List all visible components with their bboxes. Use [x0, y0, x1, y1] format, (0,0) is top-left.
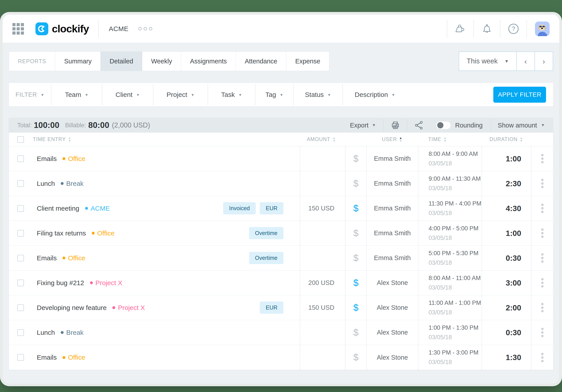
tab-attendance[interactable]: Attendance	[235, 51, 286, 71]
row-checkbox[interactable]	[17, 230, 24, 237]
project-dot	[90, 281, 93, 284]
time-entry-cell[interactable]: Emails Office Overtime	[33, 246, 300, 270]
column-user[interactable]: USER ▲▼	[366, 136, 418, 142]
billability-icon[interactable]: $	[345, 246, 366, 270]
filter-tag[interactable]: Tag▼	[256, 86, 293, 104]
time-entry-cell[interactable]: Client meeting ACME InvoicedEUR	[33, 196, 300, 221]
chevron-down-icon: ▼	[327, 93, 331, 97]
row-checkbox[interactable]	[17, 329, 24, 336]
filter-status[interactable]: Status▼	[294, 86, 342, 104]
row-menu-cell	[531, 320, 553, 345]
entry-date: 03/05/18	[429, 160, 452, 167]
row-menu-icon[interactable]	[541, 154, 543, 163]
entry-date: 03/05/18	[429, 259, 452, 266]
user-cell: Emma Smith	[366, 196, 418, 221]
row-menu-icon[interactable]	[541, 303, 543, 312]
time-entry-cell[interactable]: Developing new feature Project X EUR	[33, 295, 300, 320]
tab-weekly[interactable]: Weekly	[142, 51, 181, 71]
billability-icon[interactable]: $	[345, 271, 366, 295]
row-checkbox[interactable]	[17, 304, 24, 311]
filter-menu[interactable]: FILTER ▼	[9, 86, 51, 104]
row-menu-cell	[531, 246, 553, 270]
row-checkbox[interactable]	[17, 155, 24, 162]
tag-badge: Invoiced	[223, 202, 256, 214]
filter-project[interactable]: Project▼	[153, 86, 208, 104]
entry-description: Lunch	[37, 180, 55, 187]
total-label: Total:	[17, 122, 32, 129]
time-cell: 8:00 AM - 9:00 AM 03/05/18	[418, 146, 481, 171]
filter-client[interactable]: Client▼	[102, 86, 153, 104]
time-entry-cell[interactable]: Lunch Break	[33, 171, 300, 196]
row-checkbox[interactable]	[17, 280, 24, 286]
tag-badge: EUR	[260, 302, 283, 314]
export-menu[interactable]: Export ▼	[342, 122, 383, 129]
row-menu-icon[interactable]	[541, 328, 543, 337]
workspace-menu-icon[interactable]	[138, 27, 152, 30]
filter-task[interactable]: Task▼	[208, 86, 255, 104]
next-period-button[interactable]: ›	[535, 51, 553, 71]
row-checkbox[interactable]	[17, 354, 24, 361]
time-entry-cell[interactable]: Fixing bug #212 Project X	[33, 271, 300, 295]
tab-summary[interactable]: Summary	[55, 51, 101, 71]
project-dot	[62, 157, 65, 160]
billability-icon[interactable]: $	[345, 196, 366, 221]
row-checkbox[interactable]	[17, 205, 24, 212]
project-name: ACME	[91, 205, 110, 212]
report-tabs-row: REPORTS Summary Detailed Weekly Assignme…	[9, 51, 553, 71]
time-entry-cell[interactable]: Emails Office	[33, 345, 300, 370]
apps-grid-icon[interactable]	[12, 23, 24, 35]
row-menu-icon[interactable]	[541, 204, 543, 213]
row-checkbox[interactable]	[17, 255, 24, 261]
row-checkbox[interactable]	[17, 180, 24, 187]
date-range-picker[interactable]: This week ▼	[459, 51, 517, 71]
date-range-nav: This week ▼ ‹ ›	[459, 51, 553, 71]
table-row: Emails Office $ Emma Smith 8:00 AM - 9:0…	[9, 146, 553, 171]
column-amount[interactable]: AMOUNT ▲▼	[300, 136, 345, 142]
amount-cell	[300, 221, 345, 245]
workspace-name[interactable]: ACME	[109, 25, 129, 33]
tab-expense[interactable]: Expense	[286, 51, 329, 71]
row-menu-icon[interactable]	[541, 253, 543, 262]
billability-icon[interactable]: $	[345, 146, 366, 171]
show-amount-menu[interactable]: Show amount ▼	[491, 122, 547, 129]
apply-filter-button[interactable]: APPLY FILTER	[493, 87, 546, 103]
select-all-checkbox[interactable]	[17, 136, 24, 143]
column-time-entry[interactable]: TIME ENTRY ▲▼	[33, 136, 300, 142]
project-name: Project X	[118, 304, 145, 311]
tab-detailed[interactable]: Detailed	[100, 51, 142, 71]
rounding-toggle[interactable]	[436, 121, 451, 129]
time-entry-cell[interactable]: Filing tax returns Office Overtime	[33, 221, 300, 245]
billability-icon[interactable]: $	[345, 295, 366, 320]
time-range: 4:00 PM - 5:00 PM	[429, 225, 479, 232]
column-time[interactable]: TIME ▲▼	[418, 136, 481, 142]
billability-icon[interactable]: $	[345, 221, 366, 245]
share-icon[interactable]	[407, 120, 430, 130]
row-menu-icon[interactable]	[541, 179, 543, 188]
entry-date: 03/05/18	[429, 235, 452, 241]
help-icon[interactable]: ?	[500, 24, 527, 34]
column-duration[interactable]: DURATION ▲▼	[481, 136, 531, 142]
extensions-icon[interactable]	[447, 24, 473, 34]
duration-cell: 2:00	[481, 295, 531, 320]
row-menu-icon[interactable]	[541, 229, 543, 238]
user-avatar[interactable]	[535, 22, 550, 36]
print-icon[interactable]	[384, 120, 407, 130]
row-menu-icon[interactable]	[541, 278, 543, 287]
notifications-icon[interactable]	[474, 24, 500, 34]
billability-icon[interactable]: $	[345, 171, 366, 196]
time-cell: 11:00 AM - 1:00 PM 03/05/18	[418, 295, 481, 320]
filter-description[interactable]: Description▼	[343, 86, 407, 104]
prev-period-button[interactable]: ‹	[516, 51, 535, 71]
tab-assignments[interactable]: Assignments	[181, 51, 236, 71]
billability-icon[interactable]: $	[345, 320, 366, 345]
clockify-logo[interactable]: clockify	[35, 22, 89, 35]
filter-team[interactable]: Team▼	[51, 86, 102, 104]
time-entry-cell[interactable]: Emails Office	[33, 146, 300, 171]
chevron-down-icon: ▼	[85, 93, 88, 97]
billability-icon[interactable]: $	[345, 345, 366, 370]
badge-group: EUR	[260, 302, 300, 314]
time-entry-cell[interactable]: Lunch Break	[33, 320, 300, 345]
row-menu-icon[interactable]	[541, 353, 543, 362]
table-row: Developing new feature Project X EUR 150…	[9, 295, 553, 320]
duration-cell: 0:30	[481, 246, 531, 270]
